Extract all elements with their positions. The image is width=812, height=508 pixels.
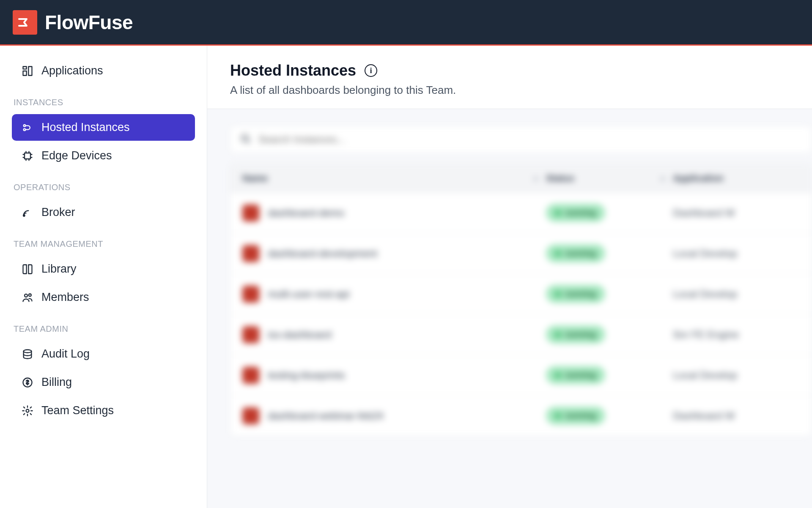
dollar-icon (21, 376, 34, 389)
top-bar: FlowFuse (0, 0, 812, 46)
svg-point-9 (24, 350, 32, 352)
table-row[interactable]: multi-user-rest-apirunningLocal Develop (230, 273, 812, 314)
instance-name: dashboard-demo (268, 207, 344, 219)
sidebar-item-label: Broker (41, 206, 75, 219)
sidebar-item-edge-devices[interactable]: Edge Devices (12, 142, 195, 169)
sidebar-item-label: Team Settings (41, 404, 114, 417)
status-text: running (565, 330, 596, 339)
broadcast-icon (21, 206, 34, 219)
cell-name: dashboard-development (242, 245, 546, 262)
page-title: Hosted Instances (230, 62, 356, 79)
page-header: Hosted Instances i A list of all dashboa… (207, 46, 812, 109)
instance-name: dashboard-webinar-feb24 (268, 410, 384, 422)
status-badge: running (546, 366, 605, 384)
sidebar-item-team-settings[interactable]: Team Settings (12, 397, 195, 424)
status-dot-icon (555, 332, 560, 337)
status-dot-icon (555, 373, 560, 378)
table-row[interactable]: dashboard-demorunningDashboard W (230, 192, 812, 233)
sidebar-item-label: Edge Devices (41, 149, 112, 162)
cell-status: running (546, 407, 673, 425)
sidebar-section-team-management: TEAM MANAGEMENT (12, 227, 195, 254)
main-content: Hosted Instances i A list of all dashboa… (207, 46, 812, 508)
cell-application: Local Develop (673, 288, 800, 300)
table-row[interactable]: dashboard-webinar-feb24runningDashboard … (230, 395, 812, 436)
sidebar-item-label: Billing (41, 376, 72, 389)
sidebar-item-applications[interactable]: Applications (12, 57, 195, 84)
instance-icon (242, 407, 259, 424)
status-text: running (565, 370, 596, 380)
instances-table: Name Status Application dashboard-demoru… (230, 164, 812, 436)
sidebar-item-label: Library (41, 262, 77, 276)
svg-point-6 (23, 215, 25, 216)
sidebar-item-hosted-instances[interactable]: Hosted Instances (12, 114, 195, 141)
svg-rect-2 (28, 66, 32, 75)
sidebar-section-operations: OPERATIONS (12, 171, 195, 197)
status-dot-icon (555, 251, 560, 256)
sidebar-item-billing[interactable]: Billing (12, 369, 195, 396)
sidebar-section-instances: INSTANCES (12, 86, 195, 112)
table-row[interactable]: dashboard-developmentrunningLocal Develo… (230, 233, 812, 273)
brand-name: FlowFuse (45, 11, 133, 34)
status-text: running (565, 249, 596, 258)
table-header: Name Status Application (230, 164, 812, 192)
col-status[interactable]: Status (546, 173, 673, 184)
cell-status: running (546, 244, 673, 262)
svg-rect-0 (23, 66, 27, 69)
status-badge: running (546, 244, 605, 262)
gear-icon (21, 404, 34, 417)
instance-name: iss-dashboard (268, 329, 332, 341)
cell-application: Dashboard W (673, 410, 800, 422)
cell-status: running (546, 366, 673, 384)
cell-status: running (546, 204, 673, 222)
cell-name: multi-user-rest-api (242, 286, 546, 303)
instance-icon (242, 367, 259, 384)
svg-rect-1 (23, 71, 27, 76)
info-icon[interactable]: i (365, 64, 377, 77)
sidebar-item-broker[interactable]: Broker (12, 199, 195, 226)
cell-application: Local Develop (673, 369, 800, 381)
sort-icon (660, 177, 665, 180)
col-application[interactable]: Application (673, 173, 800, 184)
sidebar-item-library[interactable]: Library (12, 256, 195, 282)
sidebar-item-label: Members (41, 291, 89, 304)
instance-name: testing-blueprints (268, 369, 345, 381)
sidebar-item-label: Applications (41, 64, 103, 77)
cell-name: testing-blueprints (242, 367, 546, 384)
table-row[interactable]: iss-dashboardrunningSnr FE Engine (230, 314, 812, 355)
sort-icon (533, 177, 538, 180)
svg-point-8 (29, 294, 31, 296)
cell-name: dashboard-webinar-feb24 (242, 407, 546, 424)
book-icon (21, 263, 34, 276)
sidebar: Applications INSTANCES Hosted Instances … (0, 46, 207, 508)
brand-mark-icon (13, 10, 37, 35)
status-dot-icon (555, 210, 560, 216)
sidebar-item-audit-log[interactable]: Audit Log (12, 341, 195, 367)
cell-status: running (546, 325, 673, 344)
svg-point-11 (26, 409, 29, 412)
cell-application: Local Develop (673, 248, 800, 259)
table-row[interactable]: testing-blueprintsrunningLocal Develop (230, 355, 812, 395)
cell-name: dashboard-demo (242, 205, 546, 221)
svg-point-7 (25, 294, 27, 297)
instance-name: dashboard-development (268, 248, 377, 259)
content-body: Name Status Application dashboard-demoru… (207, 109, 812, 508)
instance-icon (242, 245, 259, 262)
grid-icon (21, 65, 34, 77)
instance-icon (242, 205, 259, 221)
status-text: running (565, 208, 596, 218)
brand-logo[interactable]: FlowFuse (13, 10, 133, 35)
col-name[interactable]: Name (242, 173, 546, 184)
status-badge: running (546, 285, 605, 303)
users-icon (21, 291, 34, 304)
search-input[interactable] (258, 134, 802, 145)
instance-icon (242, 286, 259, 303)
sidebar-item-label: Audit Log (41, 347, 90, 361)
instance-name: multi-user-rest-api (268, 288, 349, 300)
sidebar-item-label: Hosted Instances (41, 121, 130, 134)
database-icon (21, 348, 34, 361)
cloud-nodes-icon (21, 121, 34, 134)
page-subtitle: A list of all dashboards belonging to th… (230, 84, 789, 97)
sidebar-item-members[interactable]: Members (12, 284, 195, 311)
search-bar[interactable] (230, 126, 812, 153)
sidebar-section-team-admin: TEAM ADMIN (12, 312, 195, 339)
